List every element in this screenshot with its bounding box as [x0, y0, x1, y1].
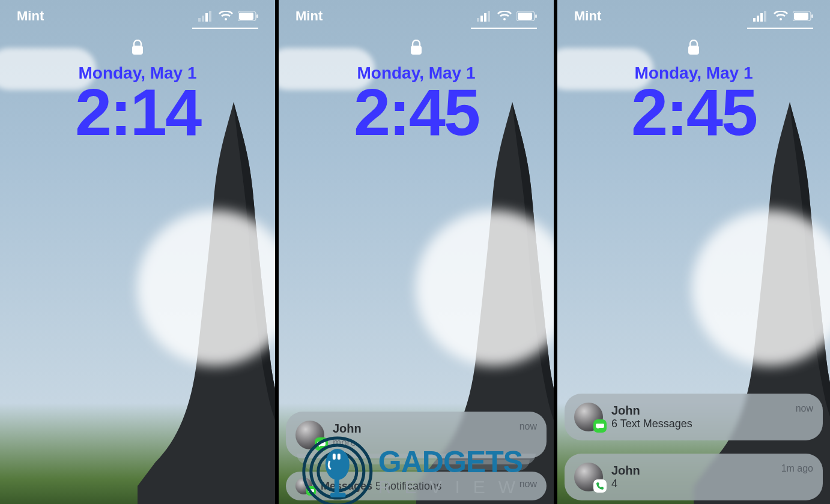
svg-rect-5 — [239, 13, 253, 20]
phone-badge-icon — [593, 479, 607, 493]
svg-rect-22 — [811, 14, 813, 18]
svg-rect-3 — [209, 11, 211, 22]
app-icon — [295, 478, 312, 494]
lock-icon — [410, 50, 422, 61]
svg-rect-6 — [256, 14, 258, 18]
notification-summary[interactable]: Messages 5 notifications now — [286, 472, 547, 500]
carrier-label: Mint — [574, 8, 601, 24]
svg-rect-23 — [688, 46, 699, 55]
notification-meta: 1m ago — [781, 463, 813, 474]
lock-area: Monday, May 1 2:14 — [0, 34, 275, 145]
svg-rect-7 — [132, 46, 143, 55]
time-label: 2:45 — [279, 79, 554, 145]
svg-rect-16 — [753, 18, 756, 22]
messages-badge-icon — [593, 419, 607, 433]
svg-rect-11 — [488, 11, 490, 22]
avatar — [574, 463, 603, 491]
svg-rect-10 — [484, 13, 486, 22]
cellular-icon — [753, 11, 769, 22]
lock-icon — [132, 50, 144, 61]
status-bar: Mint — [0, 8, 275, 24]
notification-stack: John 6 Text Messages now John 4 1m ago — [565, 394, 823, 500]
notification-meta: now — [520, 421, 537, 432]
notification-body: John 4 — [611, 464, 773, 490]
svg-rect-2 — [205, 13, 208, 22]
svg-rect-0 — [198, 18, 201, 22]
notification-card[interactable]: John more now — [286, 412, 547, 458]
messages-badge-icon — [306, 486, 316, 496]
lock-icon — [688, 50, 700, 61]
svg-rect-18 — [760, 13, 763, 22]
notification-sender: John — [611, 464, 773, 478]
carrier-label: Mint — [17, 8, 44, 24]
summary-meta: now — [520, 479, 537, 490]
status-bar: Mint — [557, 8, 830, 24]
notification-stack: John more now Messages 5 notifications n… — [286, 412, 547, 500]
notification-more[interactable]: more — [333, 437, 511, 449]
notification-meta: now — [796, 403, 813, 414]
svg-rect-14 — [535, 14, 537, 18]
status-right — [477, 11, 537, 22]
wifi-icon — [497, 11, 512, 22]
status-underline — [471, 28, 537, 29]
battery-icon — [238, 11, 258, 21]
summary-count: 5 notifications — [375, 480, 441, 492]
summary-body: Messages 5 notifications — [321, 480, 511, 493]
status-bar: Mint — [279, 8, 554, 24]
wifi-icon — [219, 11, 233, 22]
status-right — [198, 11, 258, 22]
battery-icon — [793, 11, 813, 21]
notification-card[interactable]: John 4 1m ago — [565, 454, 823, 500]
avatar — [295, 421, 324, 449]
battery-icon — [516, 11, 537, 21]
notification-sender: John — [611, 404, 787, 418]
time-label: 2:45 — [557, 79, 830, 145]
cellular-icon — [477, 11, 492, 22]
avatar — [574, 403, 603, 431]
time-label: 2:14 — [0, 79, 275, 145]
notification-text: 6 Text Messages — [611, 418, 787, 430]
lock-screen-3: Mint Monday, May 1 2:45 John 6 Text Mess… — [557, 0, 830, 504]
notification-body: John more — [333, 422, 511, 449]
svg-rect-15 — [411, 46, 422, 55]
notification-sender: John — [333, 422, 511, 436]
lock-screen-1: Mint Monday, May 1 2:14 — [0, 0, 275, 504]
lock-area: Monday, May 1 2:45 — [557, 34, 830, 145]
status-right — [753, 11, 813, 22]
notification-body: John 6 Text Messages — [611, 404, 787, 430]
status-underline — [747, 28, 813, 29]
svg-rect-13 — [518, 13, 532, 20]
notification-card[interactable]: John 6 Text Messages now — [565, 394, 823, 440]
messages-badge-icon — [315, 437, 328, 451]
summary-label: Messages — [321, 480, 372, 492]
svg-rect-9 — [480, 16, 483, 22]
lock-screen-2: Mint Monday, May 1 2:45 John more now — [279, 0, 554, 504]
status-underline — [192, 28, 258, 29]
svg-rect-21 — [794, 13, 808, 20]
svg-rect-1 — [202, 16, 204, 22]
cellular-icon — [198, 11, 214, 22]
carrier-label: Mint — [295, 8, 323, 24]
notification-text: 4 — [611, 478, 773, 490]
svg-rect-19 — [764, 11, 766, 22]
svg-rect-17 — [757, 16, 759, 22]
lock-area: Monday, May 1 2:45 — [279, 34, 554, 145]
svg-rect-8 — [477, 18, 479, 22]
wifi-icon — [774, 11, 788, 22]
